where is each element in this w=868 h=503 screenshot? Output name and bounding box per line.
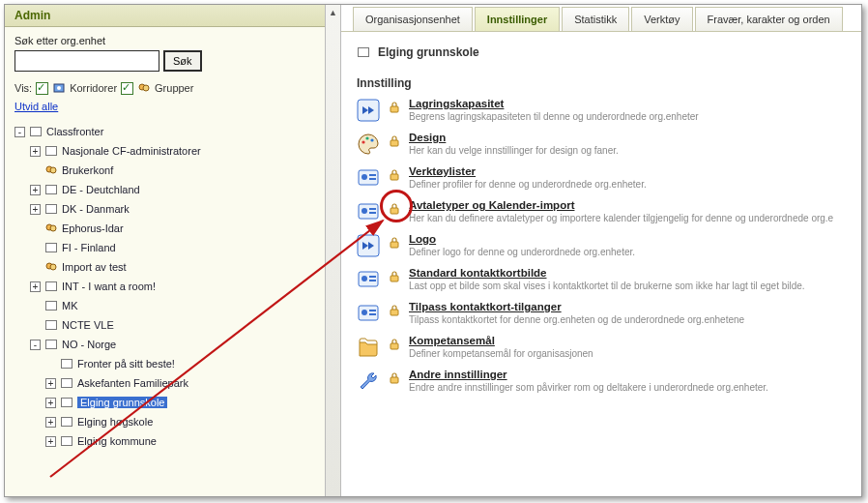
tree-item[interactable]: +INT - I want a room! (14, 277, 321, 296)
tree-item[interactable]: -Classfronter (14, 122, 321, 141)
setting-item: DesignHer kan du velge innstillinger for… (357, 132, 846, 156)
group-icon (137, 81, 151, 95)
tree-item[interactable]: +DE - Deutchland (14, 180, 321, 199)
korridor-icon (52, 81, 66, 95)
setting-link[interactable]: Tilpass kontaktkort-tilganger (409, 301, 846, 312)
folder-icon (44, 202, 58, 216)
svg-point-1 (57, 86, 61, 90)
svg-rect-54 (391, 377, 398, 383)
svg-point-29 (370, 138, 373, 141)
setting-link[interactable]: Design (409, 132, 846, 143)
tree-item[interactable]: FI - Finland (14, 238, 321, 257)
tree-item[interactable]: +Nasjonale CF-administratorer (14, 141, 321, 161)
expand-icon[interactable]: + (45, 417, 56, 428)
svg-rect-31 (359, 170, 378, 185)
expand-placeholder (30, 243, 41, 253)
tree-item[interactable]: Ephorus-Idar (14, 219, 321, 238)
collapse-icon[interactable]: - (14, 127, 25, 137)
setting-link[interactable]: Avtaletyper og Kalender-import (409, 199, 846, 211)
svg-rect-36 (359, 204, 378, 219)
expand-icon[interactable]: + (30, 185, 41, 195)
search-label: Søk etter org.enhet (14, 35, 315, 46)
folder-icon (357, 336, 380, 359)
svg-point-27 (362, 140, 364, 143)
svg-rect-45 (369, 276, 376, 278)
tree-item[interactable]: +Elging grunnskole (14, 393, 321, 412)
search-input[interactable] (14, 50, 159, 72)
expand-icon[interactable]: + (30, 204, 41, 215)
collapse-icon[interactable]: - (30, 340, 41, 350)
grupper-label: Grupper (155, 82, 193, 94)
expand-all-link[interactable]: Utvid alle (14, 101, 58, 112)
svg-rect-20 (62, 379, 72, 388)
tree-item[interactable]: +Askefanten Familiepark (14, 373, 321, 393)
expand-icon[interactable]: + (45, 378, 56, 389)
folder-icon (60, 415, 73, 429)
setting-item: VerktøylisterDefiner profiler for denne … (357, 165, 846, 190)
tree-item[interactable]: +Elging høgskole (14, 412, 321, 431)
tree-item[interactable]: MK (14, 296, 321, 315)
tree-item[interactable]: Brukerkonf (14, 161, 321, 180)
svg-rect-16 (46, 302, 57, 311)
lock-icon (388, 304, 401, 317)
folder-icon (44, 241, 58, 254)
group-icon (44, 222, 58, 235)
scroll-up-icon[interactable]: ▲ (326, 5, 340, 20)
svg-point-14 (50, 264, 56, 270)
tree-item[interactable]: +Elging kommune (14, 431, 321, 451)
checkbox-grupper[interactable] (121, 82, 133, 95)
setting-link[interactable]: Logo (409, 233, 846, 245)
tree-item-label: Ephorus-Idar (62, 222, 124, 234)
svg-point-28 (365, 136, 368, 139)
tree-item[interactable]: +DK - Danmark (14, 199, 321, 219)
tab-verkt-y[interactable]: Verktøy (631, 7, 692, 31)
tree-item-label: Elging høgskole (77, 416, 153, 428)
setting-link[interactable]: Andre innstillinger (409, 369, 846, 380)
tab-innstillinger[interactable]: Innstillinger (475, 7, 560, 31)
tree-item[interactable]: NCTE VLE (14, 315, 321, 335)
card-icon (357, 302, 380, 325)
setting-item: Standard kontaktkortbildeLast opp et bil… (357, 267, 846, 291)
tree-item[interactable]: Fronter på sitt beste! (14, 354, 321, 373)
setting-link[interactable]: Verktøylister (409, 165, 846, 177)
lock-icon (388, 338, 401, 351)
arrow-icon (357, 234, 380, 257)
expand-icon[interactable]: + (45, 398, 56, 408)
org-title: Elging grunnskole (378, 45, 479, 59)
setting-item: Avtaletyper og Kalender-importHer kan du… (357, 199, 846, 223)
tree-item-label: MK (62, 300, 78, 311)
card-icon (357, 268, 380, 291)
scrollbar[interactable]: ▲ (325, 5, 340, 496)
tab-statistikk[interactable]: Statistikk (562, 7, 629, 31)
expand-icon[interactable]: + (45, 436, 56, 447)
svg-rect-21 (62, 399, 72, 407)
svg-rect-53 (391, 343, 398, 349)
tree-item-label: Brukerkonf (62, 164, 113, 176)
svg-rect-50 (369, 310, 376, 311)
svg-rect-47 (391, 276, 398, 281)
expand-icon[interactable]: + (30, 146, 41, 157)
search-button[interactable]: Søk (163, 50, 202, 72)
palette-icon (357, 133, 380, 156)
tree-item-label: NO - Norge (62, 339, 116, 350)
tab-organisasjonsenhet[interactable]: Organisasjonsenhet (353, 7, 473, 31)
setting-description: Begrens lagringskapasiteten til denne og… (409, 111, 846, 122)
setting-link[interactable]: Lagringskapasitet (409, 98, 846, 109)
setting-description: Last opp et bilde som skal vises i konta… (409, 281, 846, 291)
tab-frav-r-karakter-og-orden[interactable]: Fravær, karakter og orden (695, 7, 843, 31)
checkbox-korridorer[interactable] (36, 82, 48, 95)
settings-list: LagringskapasitetBegrens lagringskapasit… (357, 98, 846, 393)
setting-item: Tilpass kontaktkort-tilgangerTilpass kon… (357, 301, 846, 325)
svg-rect-40 (391, 208, 398, 214)
tree-item-label: NCTE VLE (62, 319, 114, 331)
svg-point-44 (362, 276, 367, 281)
tree-item[interactable]: -NO - Norge (14, 335, 321, 354)
tree-item[interactable]: Import av test (14, 257, 321, 277)
folder-icon (60, 357, 73, 370)
svg-rect-46 (369, 280, 376, 281)
sidebar-title: Admin (5, 5, 325, 27)
svg-point-32 (362, 174, 367, 180)
setting-link[interactable]: Standard kontaktkortbilde (409, 267, 846, 279)
setting-link[interactable]: Kompetansemål (409, 335, 846, 346)
expand-icon[interactable]: + (30, 281, 41, 292)
